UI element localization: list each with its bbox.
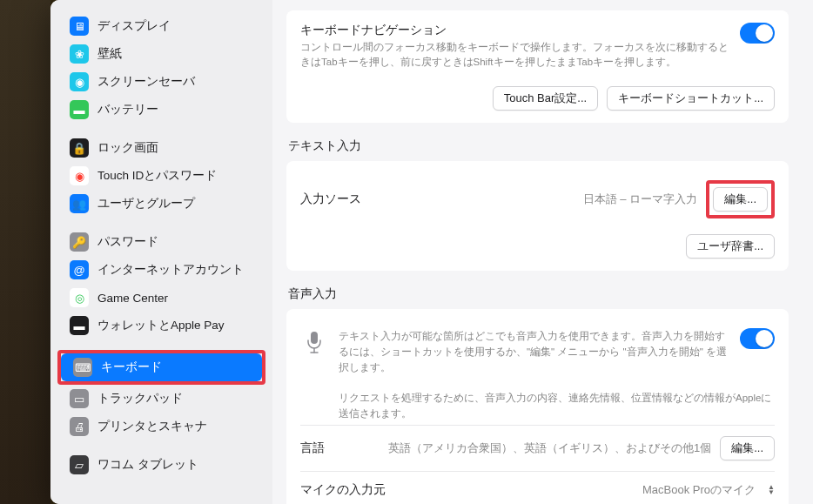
sidebar-group-display: 🖥 ディスプレイ ❀ 壁紙 ◉ スクリーンセーバ ▬ バッテリー bbox=[50, 7, 272, 129]
wacom-icon: ▱ bbox=[70, 455, 89, 474]
fingerprint-icon: ◉ bbox=[70, 166, 89, 185]
trackpad-icon: ▭ bbox=[70, 389, 89, 408]
sidebar-item-label: ディスプレイ bbox=[97, 18, 171, 34]
lock-icon: 🔒 bbox=[70, 138, 89, 158]
sidebar-item-lockscreen[interactable]: 🔒 ロック画面 bbox=[57, 134, 265, 162]
sidebar-item-trackpad[interactable]: ▭ トラックパッド bbox=[57, 385, 265, 413]
sidebar-item-touchid[interactable]: ◉ Touch IDとパスワード bbox=[57, 162, 265, 190]
key-icon: 🔑 bbox=[70, 232, 89, 252]
sidebar-item-wallet[interactable]: ▬ ウォレットとApple Pay bbox=[57, 312, 265, 339]
gamecenter-icon: ◎ bbox=[70, 288, 89, 307]
highlight-edit-button: 編集... bbox=[706, 180, 775, 218]
sidebar-item-label: スクリーンセーバ bbox=[97, 74, 195, 90]
highlight-keyboard-item: ⌨ キーボード bbox=[57, 350, 265, 385]
sidebar-item-label: トラックパッド bbox=[97, 391, 183, 407]
divider bbox=[300, 471, 775, 472]
sidebar: 🖥 ディスプレイ ❀ 壁紙 ◉ スクリーンセーバ ▬ バッテリー 🔒 ロック画面 bbox=[50, 0, 272, 504]
voice-toggle[interactable] bbox=[740, 328, 775, 349]
wallpaper-icon: ❀ bbox=[70, 44, 89, 64]
sidebar-group-thirdparty: ▱ ワコム タブレット bbox=[50, 446, 272, 484]
divider bbox=[300, 425, 775, 426]
at-icon: @ bbox=[70, 260, 89, 279]
sidebar-group-input: ⌨ キーボード ▭ トラックパッド 🖨 プリンタとスキャナ bbox=[50, 345, 272, 446]
chevron-updown-icon: ▲▼ bbox=[768, 485, 775, 495]
battery-icon: ▬ bbox=[70, 100, 89, 119]
wallet-icon: ▬ bbox=[70, 316, 89, 335]
mic-source-select[interactable]: MacBook Proのマイク ▲▼ bbox=[642, 482, 775, 498]
sidebar-item-label: インターネットアカウント bbox=[97, 262, 244, 278]
sidebar-item-label: 壁紙 bbox=[97, 46, 122, 62]
voice-lang-value: 英語（アメリカ合衆国）、英語（イギリス）、およびその他1個 bbox=[388, 440, 711, 456]
voice-input-section: テキスト入力が可能な箇所はどこでも音声入力を使用できます。音声入力を開始するには… bbox=[286, 309, 789, 505]
sidebar-group-security: 🔒 ロック画面 ◉ Touch IDとパスワード 👥 ユーザとグループ bbox=[50, 129, 272, 223]
sidebar-item-label: ウォレットとApple Pay bbox=[97, 318, 225, 333]
user-dictionary-button[interactable]: ユーザ辞書... bbox=[686, 234, 775, 259]
text-input-section: 入力ソース 日本語 – ローマ字入力 編集... ユーザ辞書... bbox=[286, 161, 789, 271]
input-sources-value: 日本語 – ローマ字入力 bbox=[583, 192, 697, 207]
users-icon: 👥 bbox=[70, 194, 89, 213]
microphone-icon bbox=[300, 328, 328, 356]
svg-rect-0 bbox=[311, 332, 318, 344]
desktop-background bbox=[0, 0, 50, 504]
voice-desc: テキスト入力が可能な箇所はどこでも音声入力を使用できます。音声入力を開始するには… bbox=[339, 328, 731, 376]
voice-lang-label: 言語 bbox=[300, 440, 325, 456]
settings-window: 🖥 ディスプレイ ❀ 壁紙 ◉ スクリーンセーバ ▬ バッテリー 🔒 ロック画面 bbox=[50, 0, 813, 504]
sidebar-item-internet-accounts[interactable]: @ インターネットアカウント bbox=[57, 256, 265, 284]
printer-icon: 🖨 bbox=[70, 417, 89, 436]
input-sources-label: 入力ソース bbox=[300, 192, 361, 207]
sidebar-item-wacom[interactable]: ▱ ワコム タブレット bbox=[57, 451, 265, 479]
sidebar-item-label: ワコム タブレット bbox=[97, 457, 198, 473]
voice-desc2: リクエストを処理するために、音声入力の内容、連絡先情報、位置情報などの情報がAp… bbox=[339, 390, 775, 422]
sidebar-item-label: ロック画面 bbox=[97, 140, 158, 156]
sidebar-item-users[interactable]: 👥 ユーザとグループ bbox=[57, 190, 265, 218]
voice-lang-edit-button[interactable]: 編集... bbox=[720, 436, 775, 460]
input-sources-edit-button[interactable]: 編集... bbox=[713, 187, 768, 212]
sidebar-item-label: パスワード bbox=[97, 234, 158, 250]
sidebar-item-label: キーボード bbox=[101, 360, 162, 375]
kbnav-desc: コントロール間のフォーカス移動をキーボードで操作します。フォーカスを次に移動する… bbox=[300, 40, 731, 71]
keyboard-shortcuts-button[interactable]: キーボードショートカット... bbox=[607, 86, 775, 111]
main-content: キーボードナビゲーション コントロール間のフォーカス移動をキーボードで操作します… bbox=[272, 0, 813, 504]
kbnav-toggle[interactable] bbox=[740, 23, 775, 44]
screensaver-icon: ◉ bbox=[70, 72, 89, 91]
sidebar-item-label: ユーザとグループ bbox=[97, 196, 195, 212]
sidebar-item-label: バッテリー bbox=[97, 102, 158, 118]
sidebar-item-passwords[interactable]: 🔑 パスワード bbox=[57, 228, 265, 256]
display-icon: 🖥 bbox=[70, 17, 89, 36]
sidebar-item-wallpaper[interactable]: ❀ 壁紙 bbox=[57, 40, 265, 68]
keyboard-icon: ⌨ bbox=[73, 358, 92, 377]
mic-source-value: MacBook Proのマイク bbox=[642, 482, 756, 498]
touchbar-settings-button[interactable]: Touch Bar設定... bbox=[493, 86, 598, 111]
mic-source-label: マイクの入力元 bbox=[300, 482, 386, 498]
sidebar-item-keyboard[interactable]: ⌨ キーボード bbox=[61, 353, 262, 381]
sidebar-group-accounts: 🔑 パスワード @ インターネットアカウント ◎ Game Center ▬ ウ… bbox=[50, 223, 272, 345]
sidebar-item-gamecenter[interactable]: ◎ Game Center bbox=[57, 284, 265, 312]
text-input-heading: テキスト入力 bbox=[288, 138, 789, 154]
sidebar-item-printers[interactable]: 🖨 プリンタとスキャナ bbox=[57, 413, 265, 440]
voice-input-heading: 音声入力 bbox=[288, 286, 789, 302]
sidebar-item-label: プリンタとスキャナ bbox=[97, 419, 207, 434]
keyboard-nav-section: キーボードナビゲーション コントロール間のフォーカス移動をキーボードで操作します… bbox=[286, 10, 789, 123]
sidebar-item-screensaver[interactable]: ◉ スクリーンセーバ bbox=[57, 68, 265, 96]
sidebar-item-battery[interactable]: ▬ バッテリー bbox=[57, 96, 265, 124]
sidebar-item-label: Game Center bbox=[97, 292, 168, 305]
sidebar-item-display[interactable]: 🖥 ディスプレイ bbox=[57, 12, 265, 40]
sidebar-item-label: Touch IDとパスワード bbox=[97, 168, 217, 184]
kbnav-title: キーボードナビゲーション bbox=[300, 23, 731, 38]
